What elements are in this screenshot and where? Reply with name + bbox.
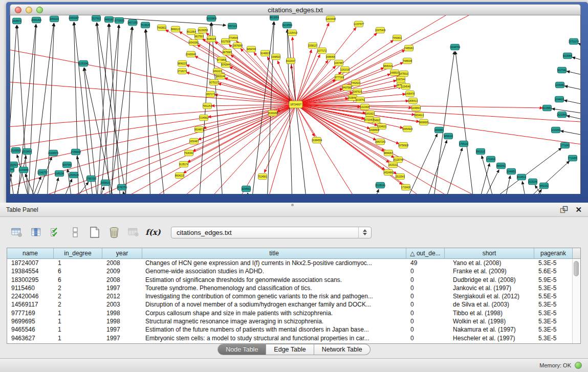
graph-node[interactable]: 1244415 bbox=[555, 96, 564, 102]
graph-node[interactable]: 1049543 bbox=[411, 105, 421, 111]
graph-node[interactable]: 1651621 bbox=[365, 111, 375, 117]
graph-node[interactable]: 16654923 bbox=[402, 126, 413, 132]
graph-node[interactable]: 15135141 bbox=[375, 182, 386, 188]
graph-node[interactable]: 9777169 bbox=[335, 74, 344, 80]
graph-node[interactable]: 2522543 bbox=[396, 173, 405, 180]
graph-node[interactable]: 4275127 bbox=[209, 79, 219, 85]
vertical-scrollbar[interactable] bbox=[572, 259, 580, 343]
float-panel-icon[interactable] bbox=[560, 206, 568, 213]
graph-node[interactable]: 9329966 bbox=[563, 53, 572, 59]
function-builder-button[interactable]: f(x) bbox=[144, 225, 162, 240]
graph-node[interactable]: 9773858 bbox=[217, 57, 226, 63]
graph-node[interactable]: 7515526 bbox=[141, 22, 150, 28]
graph-node[interactable]: 7704546 bbox=[229, 35, 238, 41]
column-header-out_degree[interactable]: △ out_de... bbox=[406, 248, 445, 259]
graph-node[interactable]: 8860123 bbox=[171, 26, 180, 32]
graph-node[interactable]: 7234561 bbox=[199, 115, 208, 121]
graph-node[interactable]: 1046852 bbox=[507, 168, 516, 174]
network-canvas[interactable]: 1872400776638228860123891295418226058982… bbox=[10, 15, 581, 194]
graph-node[interactable]: 9227342 bbox=[557, 67, 567, 73]
table-row[interactable]: 1938455462009Genome-wide association stu… bbox=[7, 267, 580, 275]
graph-node[interactable]: 12342757 bbox=[37, 169, 48, 176]
select-columns-button[interactable] bbox=[47, 225, 64, 240]
graph-node[interactable]: 7857224 bbox=[228, 23, 237, 29]
graph-node[interactable]: 9504871 bbox=[194, 126, 204, 133]
scrollbar-thumb[interactable] bbox=[574, 261, 579, 276]
graph-node[interactable]: 8954613 bbox=[415, 112, 424, 118]
delete-table-button[interactable] bbox=[105, 225, 123, 240]
graph-node[interactable]: 1895413 bbox=[408, 98, 418, 104]
column-header-title[interactable]: title bbox=[142, 248, 406, 259]
graph-node[interactable]: 18807243 bbox=[375, 139, 386, 145]
column-header-in_degree[interactable]: in_degree bbox=[54, 248, 102, 259]
graph-node[interactable]: 1161016 bbox=[340, 67, 350, 73]
graph-node[interactable]: 7524561 bbox=[258, 173, 267, 180]
table-settings-button[interactable] bbox=[8, 225, 26, 240]
table-row[interactable]: 946362711997Embryonic stem cells: a mode… bbox=[7, 334, 580, 342]
graph-node[interactable]: 8963110 bbox=[476, 148, 485, 155]
table-row[interactable]: 1830029562008Estimation of significance … bbox=[7, 276, 580, 284]
graph-node[interactable]: 7961253 bbox=[203, 103, 212, 109]
graph-node[interactable]: 7450831 bbox=[393, 35, 402, 41]
graph-node[interactable]: 3915941 bbox=[10, 166, 14, 172]
graph-node[interactable]: 9452102 bbox=[539, 183, 549, 189]
graph-node[interactable]: 9497568 bbox=[342, 84, 352, 91]
graph-node[interactable]: 20206576 bbox=[48, 150, 59, 156]
table-row[interactable]: 911546021997Tourette syndrome. Phenomeno… bbox=[7, 284, 580, 292]
tab-edge-table[interactable]: Edge Table bbox=[266, 344, 314, 355]
graph-node[interactable]: 10975409 bbox=[375, 27, 386, 33]
graph-node[interactable]: 1615132 bbox=[388, 162, 398, 168]
graph-node[interactable]: 12157977 bbox=[354, 21, 364, 27]
table-row[interactable]: 977716911998Corpus callosum shape and si… bbox=[7, 309, 580, 317]
graph-node[interactable]: 1154540 bbox=[401, 83, 410, 90]
graph-node[interactable]: 11325419 bbox=[287, 30, 298, 36]
graph-node[interactable]: 15720407 bbox=[364, 117, 375, 123]
table-row[interactable]: 969969511998Structural magnetic resonanc… bbox=[7, 317, 580, 325]
graph-node[interactable]: 8813054 bbox=[270, 15, 279, 20]
graph-node[interactable]: 1527602 bbox=[92, 15, 101, 21]
graph-node[interactable]: 16648784 bbox=[450, 44, 461, 50]
graph-node[interactable]: 12505135 bbox=[69, 172, 79, 178]
graph-node[interactable]: 15751074 bbox=[569, 38, 579, 45]
graph-node[interactable]: 1640954 bbox=[434, 127, 444, 133]
table-row[interactable]: 1872400712008Changes of HCN gene express… bbox=[7, 259, 580, 267]
close-window-icon[interactable] bbox=[15, 7, 21, 13]
graph-node[interactable]: 17359938 bbox=[71, 149, 81, 155]
graph-node[interactable]: 8215953 bbox=[542, 105, 552, 111]
graph-node[interactable]: 8186328 bbox=[207, 36, 216, 42]
create-table-button[interactable] bbox=[86, 225, 103, 240]
graph-node[interactable]: 1016742 bbox=[356, 97, 365, 103]
graph-node[interactable]: 7663822 bbox=[157, 25, 166, 31]
graph-node[interactable]: 8960542 bbox=[496, 163, 506, 169]
graph-node[interactable]: 1077172 bbox=[317, 48, 326, 54]
graph-node[interactable]: 7485038 bbox=[403, 58, 412, 64]
graph-node[interactable]: 1209382 bbox=[555, 82, 564, 88]
row-height-button[interactable] bbox=[67, 225, 84, 240]
graph-node[interactable]: 1795110 bbox=[459, 141, 468, 147]
graph-node[interactable]: 9135174 bbox=[179, 161, 188, 167]
graph-node[interactable]: 10653287 bbox=[69, 15, 79, 21]
graph-node[interactable]: 16210643 bbox=[557, 112, 568, 118]
graph-node[interactable]: 16543382 bbox=[188, 39, 199, 46]
close-icon[interactable]: ✕ bbox=[575, 206, 582, 213]
graph-node[interactable]: 9146821 bbox=[260, 50, 270, 56]
graph-node[interactable]: 17957253 bbox=[86, 176, 97, 182]
graph-node[interactable]: 1558127 bbox=[308, 42, 317, 49]
graph-node[interactable]: 1731810 bbox=[486, 156, 495, 162]
graph-node[interactable]: 1650487 bbox=[189, 138, 199, 144]
graph-node[interactable]: 1097544 bbox=[396, 76, 405, 82]
graph-node[interactable]: 1145194 bbox=[55, 170, 64, 177]
column-header-short[interactable]: short bbox=[445, 248, 534, 259]
graph-node[interactable]: 14671355 bbox=[127, 19, 138, 26]
graph-node[interactable]: 7462620 bbox=[351, 80, 360, 86]
column-header-name[interactable]: name bbox=[7, 248, 54, 259]
graph-node[interactable]: 14524861 bbox=[383, 169, 394, 176]
graph-node[interactable]: 2053134 bbox=[50, 16, 59, 22]
graph-node[interactable]: 10719155 bbox=[114, 17, 125, 24]
graph-node[interactable]: 7926341 bbox=[184, 150, 193, 156]
graph-node[interactable]: 8466160 bbox=[104, 16, 114, 23]
graph-node[interactable]: 8322037 bbox=[286, 58, 295, 64]
graph-node[interactable]: 16782759 bbox=[117, 184, 127, 190]
graph-node[interactable]: 2957173 bbox=[206, 91, 215, 97]
graph-node[interactable]: 7710455 bbox=[568, 155, 577, 161]
